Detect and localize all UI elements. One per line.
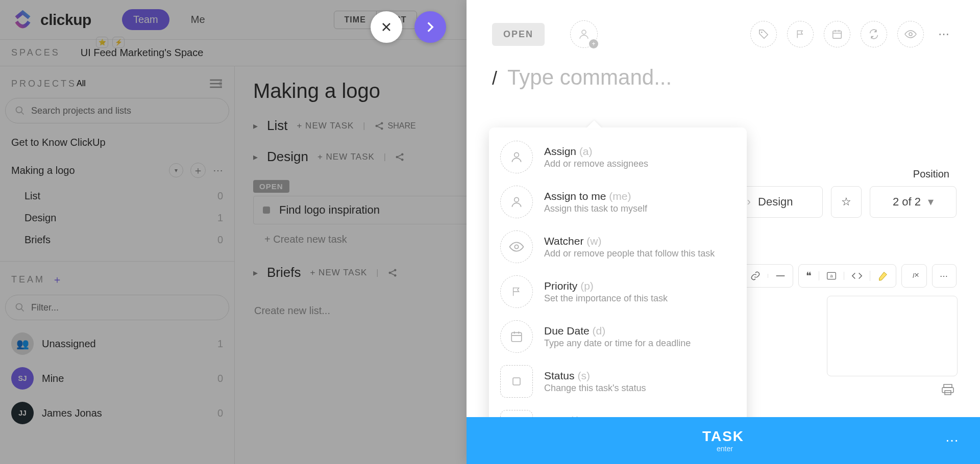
tag-button[interactable]	[750, 21, 777, 47]
task-create-modal: OPEN + ⋯ / Type command...	[467, 0, 980, 464]
chevron-down-icon: ▾	[928, 195, 934, 209]
chevron-right-icon	[424, 20, 437, 34]
svg-rect-31	[511, 332, 522, 341]
clear-format-icon[interactable]: I	[902, 271, 926, 281]
divider-icon[interactable]	[768, 274, 793, 278]
due-date-button[interactable]	[824, 21, 850, 47]
command-option-watcher[interactable]: Watcher (w)Add or remove people that fol…	[489, 224, 747, 269]
save-options-icon[interactable]: ⋯	[945, 433, 960, 449]
assign-user-button[interactable]: +	[570, 20, 598, 48]
highlight-icon[interactable]	[870, 271, 896, 281]
svg-point-29	[514, 197, 519, 202]
toolbar-format[interactable]: ❝ a	[798, 264, 896, 288]
toolbar-more[interactable]: ⋯	[932, 264, 957, 288]
recurring-icon	[868, 29, 879, 40]
user-icon	[500, 186, 533, 218]
tag-icon	[758, 29, 769, 40]
code-box-icon[interactable]: a	[819, 271, 844, 280]
calendar-icon	[831, 29, 843, 40]
chevron-right-icon: ›	[747, 195, 751, 209]
flag-icon	[500, 275, 533, 308]
svg-point-13	[582, 30, 586, 34]
command-option-assign-to-me[interactable]: Assign to me (me)Assign this task to mys…	[489, 179, 747, 224]
svg-rect-32	[513, 378, 520, 385]
plus-icon: +	[589, 39, 598, 48]
command-option-status[interactable]: Status (s)Change this task's status	[489, 359, 747, 404]
position-label: Position	[913, 168, 949, 180]
eye-icon	[904, 30, 917, 39]
backdrop-overlay[interactable]	[0, 0, 467, 464]
modal-status-open[interactable]: OPEN	[492, 23, 545, 46]
command-option-priority[interactable]: Priority (p)Set the importance of this t…	[489, 269, 747, 314]
next-modal-button[interactable]	[414, 11, 446, 43]
user-icon	[578, 28, 590, 40]
code-icon[interactable]	[844, 272, 870, 280]
command-placeholder[interactable]: Type command...	[507, 65, 672, 90]
flag-icon	[795, 29, 805, 40]
svg-rect-15	[833, 31, 842, 39]
toolbar-clear[interactable]: I	[901, 264, 927, 288]
svg-text:a: a	[830, 273, 833, 278]
calendar-icon	[500, 320, 533, 353]
svg-point-16	[909, 33, 912, 36]
command-option-assign[interactable]: Assign (a)Add or remove assignees	[489, 135, 747, 179]
svg-text:I: I	[913, 272, 915, 279]
slash-prefix: /	[492, 68, 497, 89]
square-icon	[500, 365, 533, 398]
priority-button[interactable]	[787, 21, 814, 47]
recurring-button[interactable]	[861, 21, 887, 47]
svg-point-28	[514, 152, 519, 157]
more-options-button[interactable]: ⋯	[934, 21, 954, 47]
user-icon	[500, 141, 533, 173]
quote-icon[interactable]: ❝	[799, 270, 819, 282]
command-option-due-date[interactable]: Due Date (d)Type any date or time for a …	[489, 314, 747, 359]
save-task-bar[interactable]: TASK enter ⋯	[467, 417, 980, 464]
position-select[interactable]: 2 of 2 ▾	[870, 186, 957, 218]
svg-rect-25	[944, 384, 952, 388]
description-box[interactable]	[827, 296, 958, 376]
star-button[interactable]: ☆	[831, 186, 862, 218]
svg-rect-26	[942, 388, 953, 393]
print-icon[interactable]	[941, 383, 954, 396]
svg-point-14	[761, 32, 763, 33]
svg-point-30	[514, 245, 518, 248]
watch-button[interactable]	[897, 21, 924, 47]
close-icon	[380, 21, 393, 33]
eye-icon	[500, 230, 533, 263]
command-dropdown: Assign (a)Add or remove assigneesAssign …	[489, 127, 747, 464]
close-modal-button[interactable]	[371, 11, 402, 43]
